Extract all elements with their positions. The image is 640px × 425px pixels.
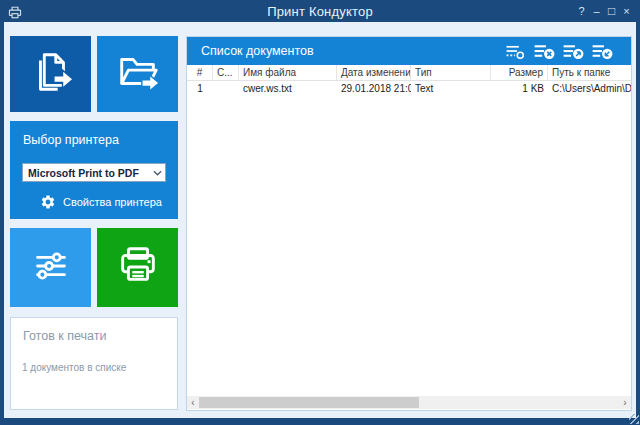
window-title: Принт Кондуктор (0, 4, 640, 19)
cell-number: 1 (187, 81, 213, 97)
printer-panel-title: Выбор принтера (23, 133, 119, 147)
column-header-path[interactable]: Путь к папке (548, 65, 631, 80)
column-header-type[interactable]: Тип (411, 65, 491, 80)
document-list-toolbar (505, 43, 631, 60)
status-panel: Готов к печати 1 документов в списке (10, 317, 178, 410)
save-list-icon[interactable] (563, 43, 585, 60)
minimize-button[interactable]: – (589, 0, 604, 22)
add-files-button[interactable] (10, 36, 91, 112)
document-list-header: Список документов (187, 37, 631, 65)
chevron-down-icon (149, 168, 165, 178)
scrollbar-thumb[interactable] (199, 397, 419, 408)
cell-type: Text (411, 81, 491, 97)
document-count-text: 1 документов в списке (22, 362, 126, 373)
column-header-size[interactable]: Размер (491, 65, 548, 80)
document-list-title: Список документов (187, 44, 505, 58)
cell-filename: cwer.ws.txt (239, 81, 337, 97)
status-text: Готов к печати (23, 329, 106, 343)
column-header-filename[interactable]: Имя файла (239, 65, 337, 80)
add-folder-button[interactable] (97, 36, 178, 112)
column-header-status[interactable]: С... (213, 65, 239, 80)
table-row[interactable]: 1 cwer.ws.txt 29.01.2018 21:02 Text 1 KB… (187, 81, 631, 97)
column-header-modified[interactable]: Дата изменения (337, 65, 411, 80)
printer-select[interactable]: Microsoft Print to PDF (22, 163, 166, 182)
scroll-right-arrow-icon[interactable]: › (619, 396, 631, 409)
open-list-icon[interactable] (592, 43, 614, 60)
settings-sliders-icon (28, 243, 74, 293)
cell-path: C:\Users\Admin\Des (548, 81, 631, 97)
table-header-row: # С... Имя файла Дата изменения Тип Разм… (187, 65, 631, 81)
close-button[interactable]: × (619, 0, 634, 22)
printer-properties-label: Свойства принтера (63, 196, 162, 208)
add-files-icon (28, 48, 74, 100)
remove-finished-list-icon[interactable] (505, 43, 527, 60)
printer-icon (115, 243, 161, 293)
add-folder-icon (114, 49, 162, 99)
app-window: Принт Кондуктор ? – □ × (0, 0, 640, 425)
maximize-button[interactable]: □ (604, 0, 619, 22)
resize-grip[interactable] (629, 414, 639, 424)
titlebar: Принт Кондуктор ? – □ × (0, 0, 640, 22)
window-controls: ? – □ × (574, 0, 634, 22)
scroll-left-arrow-icon[interactable]: ‹ (187, 396, 199, 409)
print-button[interactable] (97, 228, 178, 307)
main-content: Выбор принтера Microsoft Print to PDF Св… (4, 22, 636, 418)
printer-selection-panel: Выбор принтера Microsoft Print to PDF Св… (10, 121, 178, 219)
cell-size: 1 KB (491, 81, 548, 97)
cell-modified: 29.01.2018 21:02 (337, 81, 411, 97)
printer-properties-button[interactable]: Свойства принтера (10, 193, 178, 211)
column-header-number[interactable]: # (187, 65, 213, 80)
gear-icon (40, 194, 56, 210)
clear-list-icon[interactable] (534, 43, 556, 60)
horizontal-scrollbar[interactable]: ‹ › (187, 396, 631, 409)
cell-status (213, 81, 239, 97)
settings-button[interactable] (10, 228, 91, 307)
help-button[interactable]: ? (574, 0, 589, 22)
printer-select-value: Microsoft Print to PDF (23, 167, 149, 179)
document-list-panel: Список документов (186, 36, 632, 411)
